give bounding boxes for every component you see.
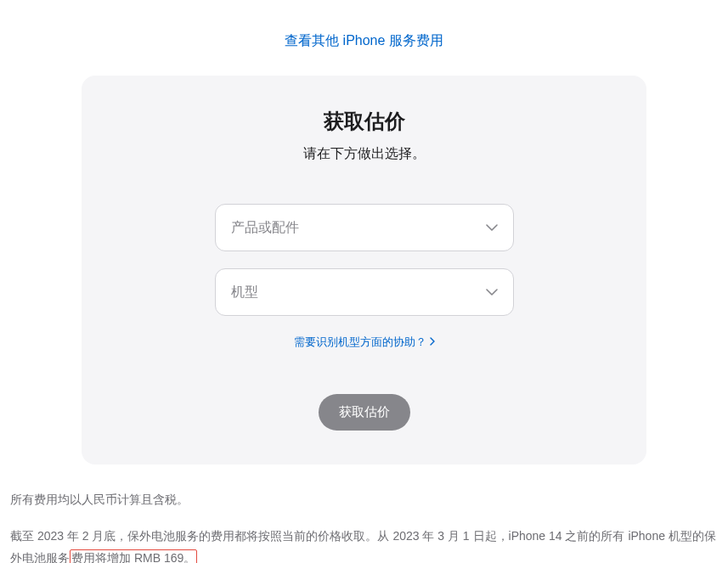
estimate-card: 获取估价 请在下方做出选择。 产品或配件 机型 需要识别机型方面的协助？ [82,76,646,464]
model-select-wrap: 机型 [215,268,514,316]
product-select-wrap: 产品或配件 [215,204,514,251]
get-estimate-button[interactable]: 获取估价 [319,394,410,431]
footer-highlight: 费用将增加 RMB 169。 [70,549,197,563]
footer-note-text-2: 务 [58,551,70,563]
footer-currency-note: 所有费用均以人民币计算且含税。 [8,481,720,518]
identify-model-help-link[interactable]: 需要识别机型方面的协助？ [294,335,435,350]
help-link-label: 需要识别机型方面的协助？ [294,335,426,350]
top-link-row: 查看其他 iPhone 服务费用 [8,0,720,76]
chevron-right-icon [430,336,435,348]
product-select-placeholder: 产品或配件 [231,219,299,237]
footer-price-change-note: 截至 2023 年 2 月底，保外电池服务的费用都将按照当前的价格收取。从 20… [8,518,720,563]
model-select-placeholder: 机型 [231,284,258,301]
product-select[interactable]: 产品或配件 [215,204,514,251]
chevron-down-icon [486,289,498,296]
submit-row: 获取估价 [124,394,604,431]
model-select[interactable]: 机型 [215,268,514,316]
chevron-down-icon [486,224,498,231]
card-subtitle: 请在下方做出选择。 [124,145,604,163]
card-title: 获取估价 [124,108,604,135]
other-service-fees-link[interactable]: 查看其他 iPhone 服务费用 [285,33,443,48]
